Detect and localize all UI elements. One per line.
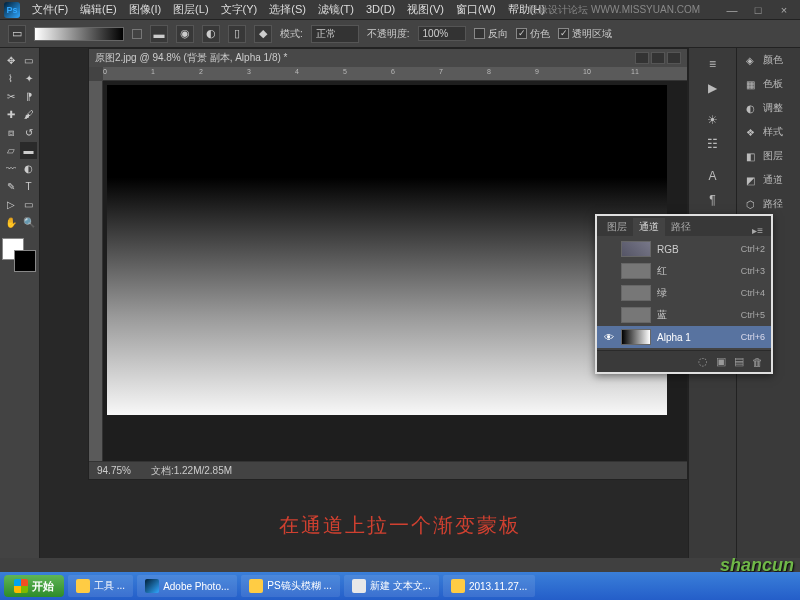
load-selection-icon[interactable]: ◌ (698, 355, 708, 368)
brightness-icon[interactable]: ☀ (703, 110, 723, 130)
menu-item[interactable]: 3D(D) (360, 3, 401, 15)
tool-preset-icon[interactable]: ▭ (8, 25, 26, 43)
channel-thumbnail (621, 329, 651, 345)
menu-item[interactable]: 视图(V) (401, 3, 450, 15)
character-icon[interactable]: A (703, 166, 723, 186)
start-button[interactable]: 开始 (4, 575, 64, 597)
diamond-gradient-icon[interactable]: ◆ (254, 25, 272, 43)
channel-row[interactable]: 蓝Ctrl+5 (597, 304, 771, 326)
document-statusbar: 94.75% 文档:1.22M/2.85M (89, 461, 687, 479)
move-tool[interactable]: ✥ (2, 52, 19, 69)
save-selection-icon[interactable]: ▣ (716, 355, 726, 368)
document-titlebar[interactable]: 原图2.jpg @ 94.8% (背景 副本, Alpha 1/8) * (89, 49, 687, 67)
history-icon[interactable]: ≡ (703, 54, 723, 74)
channel-row[interactable]: 绿Ctrl+4 (597, 282, 771, 304)
side-panel-item[interactable]: ◩通道 (737, 168, 800, 192)
zoom-tool[interactable]: 🔍 (20, 214, 37, 231)
side-panel-item[interactable]: ⬡路径 (737, 192, 800, 216)
doc-close-icon[interactable] (667, 52, 681, 64)
reflected-gradient-icon[interactable]: ▯ (228, 25, 246, 43)
play-icon[interactable]: ▶ (703, 78, 723, 98)
gradient-dropdown-icon[interactable] (132, 29, 142, 39)
channel-thumbnail (621, 285, 651, 301)
doc-maximize-icon[interactable] (651, 52, 665, 64)
side-panel-item[interactable]: ◈颜色 (737, 48, 800, 72)
menu-item[interactable]: 滤镜(T) (312, 3, 360, 15)
menu-item[interactable]: 编辑(E) (74, 3, 123, 15)
channel-list: RGBCtrl+2红Ctrl+3绿Ctrl+4蓝Ctrl+5👁Alpha 1Ct… (597, 236, 771, 350)
image-content (107, 85, 667, 415)
heal-tool[interactable]: ✚ (2, 106, 19, 123)
mode-select[interactable]: 正常 (311, 25, 359, 43)
channels-panel: 图层 通道 路径 ▸≡ RGBCtrl+2红Ctrl+3绿Ctrl+4蓝Ctrl… (595, 214, 773, 374)
side-panel-item[interactable]: ▦色板 (737, 72, 800, 96)
side-panel-item[interactable]: ◧图层 (737, 144, 800, 168)
reverse-checkbox[interactable]: 反向 (474, 27, 508, 41)
menu-item[interactable]: 文字(Y) (215, 3, 264, 15)
dither-checkbox[interactable]: 仿色 (516, 27, 550, 41)
panel-icon: ❖ (741, 123, 759, 141)
options-bar: ▭ ▬ ◉ ◐ ▯ ◆ 模式: 正常 不透明度: 100% 反向 仿色 透明区域 (0, 20, 800, 48)
annotation-caption: 在通道上拉一个渐变蒙板 (0, 512, 800, 539)
close-icon[interactable]: × (772, 2, 796, 18)
lasso-tool[interactable]: ⌇ (2, 70, 19, 87)
channel-thumbnail (621, 241, 651, 257)
menu-item[interactable]: 窗口(W) (450, 3, 502, 15)
path-select-tool[interactable]: ▷ (2, 196, 19, 213)
hand-tool[interactable]: ✋ (2, 214, 19, 231)
side-panel-item[interactable]: ❖样式 (737, 120, 800, 144)
linear-gradient-icon[interactable]: ▬ (150, 25, 168, 43)
visibility-icon[interactable]: 👁 (603, 332, 615, 343)
channel-row[interactable]: 红Ctrl+3 (597, 260, 771, 282)
color-swatches[interactable] (2, 238, 36, 272)
type-tool[interactable]: T (20, 178, 37, 195)
properties-icon[interactable]: ☷ (703, 134, 723, 154)
marquee-tool[interactable]: ▭ (20, 52, 37, 69)
ruler-horizontal[interactable]: 01234567891011 (103, 67, 687, 81)
stamp-tool[interactable]: ⧈ (2, 124, 19, 141)
brush-tool[interactable]: 🖌 (20, 106, 37, 123)
wand-tool[interactable]: ✦ (20, 70, 37, 87)
channel-row[interactable]: RGBCtrl+2 (597, 238, 771, 260)
crop-tool[interactable]: ✂ (2, 88, 19, 105)
pen-tool[interactable]: ✎ (2, 178, 19, 195)
taskbar-item[interactable]: 新建 文本文... (344, 575, 439, 597)
dodge-tool[interactable]: ◐ (20, 160, 37, 177)
maximize-icon[interactable]: □ (746, 2, 770, 18)
paragraph-icon[interactable]: ¶ (703, 190, 723, 210)
task-icon (76, 579, 90, 593)
panel-menu-icon[interactable]: ▸≡ (748, 225, 767, 236)
delete-channel-icon[interactable]: 🗑 (752, 356, 763, 368)
tab-channels[interactable]: 通道 (633, 218, 665, 236)
angle-gradient-icon[interactable]: ◐ (202, 25, 220, 43)
tab-layers[interactable]: 图层 (601, 218, 633, 236)
ruler-vertical[interactable] (89, 81, 103, 461)
shape-tool[interactable]: ▭ (20, 196, 37, 213)
taskbar-item[interactable]: 工具 ... (68, 575, 133, 597)
tab-paths[interactable]: 路径 (665, 218, 697, 236)
taskbar-item[interactable]: 2013.11.27... (443, 575, 535, 597)
eraser-tool[interactable]: ▱ (2, 142, 19, 159)
channel-row[interactable]: 👁Alpha 1Ctrl+6 (597, 326, 771, 348)
transparency-checkbox[interactable]: 透明区域 (558, 27, 612, 41)
history-brush-tool[interactable]: ↺ (20, 124, 37, 141)
new-channel-icon[interactable]: ▤ (734, 355, 744, 368)
taskbar-item[interactable]: PS镜头模糊 ... (241, 575, 339, 597)
menu-item[interactable]: 图像(I) (123, 3, 167, 15)
minimize-icon[interactable]: — (720, 2, 744, 18)
gradient-tool[interactable]: ▬ (20, 142, 37, 159)
channel-name: Alpha 1 (657, 332, 735, 343)
opacity-input[interactable]: 100% (418, 26, 466, 41)
menu-item[interactable]: 选择(S) (263, 3, 312, 15)
blur-tool[interactable]: 〰 (2, 160, 19, 177)
radial-gradient-icon[interactable]: ◉ (176, 25, 194, 43)
menu-item[interactable]: 图层(L) (167, 3, 214, 15)
eyedropper-tool[interactable]: ⁋ (20, 88, 37, 105)
background-swatch[interactable] (14, 250, 36, 272)
gradient-preview[interactable] (34, 27, 124, 41)
taskbar-item[interactable]: Adobe Photo... (137, 575, 237, 597)
side-panel-item[interactable]: ◐调整 (737, 96, 800, 120)
doc-minimize-icon[interactable] (635, 52, 649, 64)
zoom-level[interactable]: 94.75% (97, 465, 131, 476)
menu-item[interactable]: 文件(F) (26, 3, 74, 15)
